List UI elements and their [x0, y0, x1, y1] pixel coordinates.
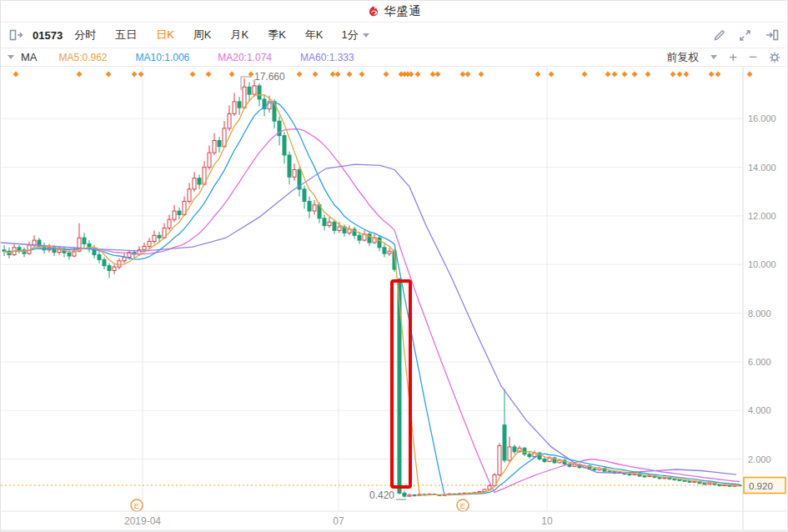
zoom-in-button[interactable]: +	[729, 50, 737, 64]
earnings-marker: E	[131, 499, 143, 511]
stock-code: 01573	[33, 29, 63, 42]
candle-body	[503, 425, 506, 460]
candle-body	[593, 469, 596, 469]
candle-body	[328, 222, 331, 225]
chart-toolbar: 01573 分时 五日 日K 周K 月K 季K 年K 1分	[1, 23, 787, 48]
trading-app-window: 华盛通 01573 分时 五日 日K 周K 月K 季K 年K 1分	[0, 0, 788, 532]
ma60-value: MA60:1.333	[300, 52, 354, 63]
candle-body	[218, 141, 221, 147]
candle-body	[628, 474, 631, 475]
collapse-right-icon[interactable]	[765, 29, 779, 41]
event-diamond-icon	[715, 72, 721, 78]
kline-chart-area[interactable]: 16.00014.00012.00010.0008.0006.0004.0002…	[1, 67, 788, 532]
candle-body	[358, 235, 361, 240]
candle-body	[153, 235, 156, 241]
zoom-out-button[interactable]: −	[749, 50, 757, 64]
candle-body	[413, 495, 416, 496]
ma5-value: MA5:0.962	[59, 52, 108, 63]
tab-weekly-k[interactable]: 周K	[193, 28, 212, 43]
current-price-tag: 0.920	[744, 478, 785, 494]
candle-body	[323, 218, 326, 226]
y-axis-label: 12.000	[748, 211, 776, 221]
indicator-group-label[interactable]: MA	[21, 51, 38, 63]
tab-timeshare[interactable]: 分时	[74, 28, 96, 43]
tab-quarterly-k[interactable]: 季K	[268, 28, 286, 43]
event-diamond-icon	[549, 72, 555, 78]
candle-body	[233, 102, 236, 114]
event-diamond-icon	[13, 72, 19, 78]
event-diamond-icon	[335, 72, 341, 78]
event-diamond-icon	[190, 72, 196, 78]
candle-body	[193, 178, 196, 189]
candle-body	[173, 211, 176, 219]
low-annotation-label: 0.420	[369, 489, 394, 501]
event-diamond-icon	[297, 72, 303, 78]
candle-body	[143, 246, 146, 249]
candle-body	[253, 86, 256, 94]
candle-body	[333, 222, 336, 230]
gear-icon[interactable]	[769, 52, 780, 63]
candle-body	[118, 261, 121, 267]
candle-body	[103, 259, 106, 265]
event-diamond-icon	[132, 72, 138, 78]
candle-body	[338, 227, 341, 230]
indicator-collapse-icon[interactable]	[8, 55, 14, 59]
tab-five-day[interactable]: 五日	[115, 28, 137, 43]
tab-yearly-k[interactable]: 年K	[305, 28, 324, 43]
candle-body	[178, 211, 181, 214]
candle-body	[608, 471, 611, 472]
y-axis-label: 6.000	[748, 357, 771, 367]
candle-body	[543, 459, 546, 462]
ma20-line	[4, 129, 740, 493]
candle-body	[488, 486, 491, 489]
candle-body	[523, 448, 526, 454]
candle-body	[508, 447, 511, 460]
event-diamond-icon	[677, 72, 683, 78]
chevron-down-icon	[363, 33, 369, 38]
ma5-line	[4, 95, 740, 495]
minute-period-dropdown[interactable]: 1分	[342, 28, 369, 43]
candle-body	[683, 480, 686, 481]
event-diamond-icon	[435, 72, 441, 78]
fullscreen-icon[interactable]	[739, 29, 751, 42]
event-diamond-icon	[384, 72, 389, 78]
adjust-mode-dropdown[interactable]: 前复权	[666, 50, 699, 65]
candle-body	[198, 178, 201, 184]
tab-daily-k[interactable]: 日K	[156, 28, 174, 43]
candle-body	[98, 255, 101, 260]
candle-body	[243, 87, 246, 108]
y-axis-label: 8.000	[748, 309, 771, 319]
event-diamond-icon	[605, 72, 611, 78]
minute-period-label: 1分	[342, 28, 359, 43]
y-axis-label: 14.000	[748, 163, 776, 173]
chevron-down-icon[interactable]	[710, 55, 717, 59]
earnings-marker-letter: E	[134, 501, 139, 510]
kline-chart-canvas[interactable]: 16.00014.00012.00010.0008.0006.0004.0002…	[1, 67, 788, 532]
event-diamond-icon	[479, 72, 484, 78]
x-axis-label: 07	[333, 515, 344, 527]
draw-pencil-icon[interactable]	[713, 29, 725, 42]
event-diamond-icon	[582, 72, 588, 78]
candle-body	[113, 267, 116, 270]
open-panel-icon[interactable]	[9, 29, 24, 41]
candle-body	[228, 113, 231, 128]
peak-annotation-label: 17.660	[254, 71, 285, 83]
event-diamond-icon	[248, 72, 254, 78]
candle-body	[213, 141, 216, 153]
candle-body	[403, 493, 406, 496]
candle-body	[643, 476, 646, 477]
event-diamond-icon	[359, 72, 365, 78]
event-diamond-icon	[684, 72, 690, 78]
event-diamond-icon	[409, 72, 414, 78]
tab-monthly-k[interactable]: 月K	[231, 28, 249, 43]
indicator-bar-right: 前复权 + −	[666, 50, 780, 65]
event-diamond-icon	[622, 72, 628, 78]
event-diamond-icon	[645, 72, 651, 78]
candle-body	[528, 454, 531, 457]
candle-body	[123, 257, 126, 260]
candle-body	[408, 495, 411, 496]
event-diamond-icon	[670, 72, 676, 78]
candle-body	[283, 136, 286, 155]
candle-body	[18, 248, 21, 250]
toolbar-right-icons	[713, 29, 779, 42]
